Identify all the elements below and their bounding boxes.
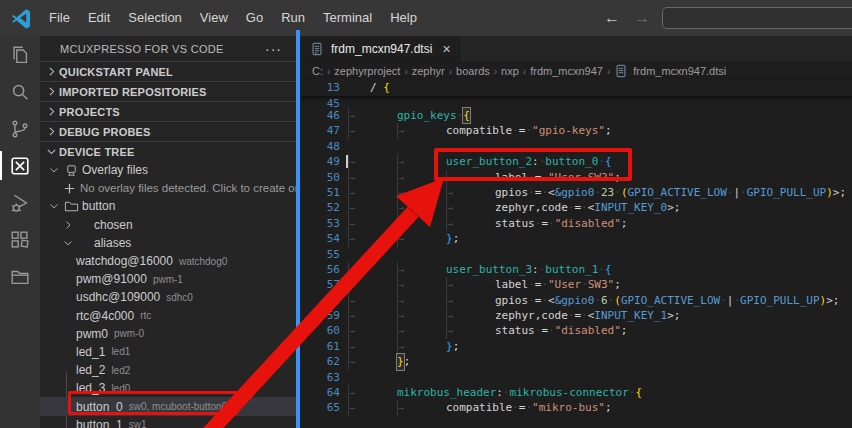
code-token: = <box>574 200 581 215</box>
tree-item-chosen[interactable]: chosen <box>40 216 296 234</box>
tree-item-label: aliases <box>94 236 131 250</box>
code-line-64: 64→mikrobus_header:·mikrobus-connector·{ <box>300 385 852 400</box>
code-token: 6 <box>601 293 608 308</box>
menu-item-view[interactable]: View <box>191 0 237 36</box>
tree-item-pwm0[interactable]: pwm0pwm-0 <box>40 325 296 343</box>
code-token: ; <box>453 231 460 246</box>
breadcrumb-item[interactable]: frdm_mcxn947 <box>530 65 603 77</box>
tree-item-aliases[interactable]: aliases <box>40 234 296 252</box>
code-area[interactable]: 13/ {4546→gpio_keys·{47→→compatible·=·"g… <box>300 79 852 416</box>
menu-item-selection[interactable]: Selection <box>119 0 190 36</box>
close-icon[interactable]: × <box>442 41 450 57</box>
section-device-tree[interactable]: DEVICE TREE <box>40 141 296 161</box>
mcuxpresso-icon[interactable] <box>0 147 40 184</box>
code-token: "disabled" <box>555 323 621 338</box>
code-token: · <box>541 170 548 185</box>
section-projects[interactable]: PROJECTS <box>40 101 296 121</box>
code-line-63: 63 <box>300 370 852 385</box>
chevron-down-icon <box>46 198 62 214</box>
code-token: · <box>457 108 464 123</box>
more-actions-icon[interactable]: ··· <box>265 41 282 57</box>
tree-item-watchdog@16000[interactable]: watchdog@16000watchdog0 <box>40 252 296 270</box>
code-token: } <box>446 339 453 354</box>
tree-item-no[interactable]: No overlay files detected. Click to crea… <box>40 179 296 197</box>
code-token: user_button_3 <box>446 262 532 277</box>
breadcrumb: C:›zephyrproject›zephyr›boards›nxp›frdm_… <box>300 63 852 79</box>
code-token: : <box>532 154 539 169</box>
section-label: IMPORTED REPOSITORIES <box>59 86 207 98</box>
code-token: { <box>605 262 612 277</box>
tab-whitespace: → <box>446 323 495 338</box>
nav-forward-icon[interactable]: → <box>634 9 650 27</box>
menu-item-help[interactable]: Help <box>381 0 426 36</box>
tab-whitespace: → <box>348 185 397 200</box>
tree-item-label: button_0 <box>76 400 123 414</box>
tree-item-button_1[interactable]: button_1sw1 <box>40 416 296 428</box>
search-icon[interactable] <box>0 73 40 110</box>
breadcrumb-item[interactable]: C: <box>312 65 323 77</box>
sidebar-title: MCUXPRESSO FOR VS CODE <box>60 43 224 55</box>
tab-whitespace: → <box>446 185 495 200</box>
extensions-icon[interactable] <box>0 221 40 258</box>
breadcrumb-item[interactable]: zephyr <box>412 65 445 77</box>
code-token: button_0 <box>545 154 598 169</box>
line-number: 53 <box>300 216 348 231</box>
sidebar-editor-sash[interactable] <box>296 30 300 428</box>
breadcrumb-item[interactable]: boards <box>456 65 490 77</box>
tab-whitespace: → <box>348 231 397 246</box>
menu-item-file[interactable]: File <box>40 0 79 36</box>
code-token: · <box>594 293 601 308</box>
command-center-search[interactable] <box>662 7 852 29</box>
chevron-down-icon <box>46 162 62 178</box>
code-token: · <box>541 185 548 200</box>
breadcrumb-item[interactable]: zephyrproject <box>334 65 400 77</box>
code-token: INPUT_KEY_0 <box>594 200 667 215</box>
menu-item-go[interactable]: Go <box>237 0 272 36</box>
tree-item-led_3[interactable]: led_3led0 <box>40 379 296 397</box>
tree-item-usdhc@109000[interactable]: usdhc@109000sdhc0 <box>40 288 296 306</box>
code-token: · <box>581 277 588 292</box>
menu-item-edit[interactable]: Edit <box>79 0 119 36</box>
code-token: >; <box>826 293 839 308</box>
plus-icon[interactable] <box>60 180 78 196</box>
tree-item-led_2[interactable]: led_2led2 <box>40 361 296 379</box>
menu-item-terminal[interactable]: Terminal <box>314 0 381 36</box>
editor-pane[interactable]: frdm_mcxn947.dtsi × C:›zephyrproject›zep… <box>300 36 852 428</box>
breadcrumb-item[interactable]: nxp <box>501 65 519 77</box>
tree-item-description: led2 <box>111 365 130 376</box>
source-control-icon[interactable] <box>0 110 40 147</box>
tree-item-button_0[interactable]: button_0sw0, mcuboot-button0 <box>40 397 296 415</box>
code-token: zephyr,code <box>495 200 568 215</box>
tree-item-pwm@91000[interactable]: pwm@91000pwm-1 <box>40 270 296 288</box>
section-imported-repositories[interactable]: IMPORTED REPOSITORIES <box>40 81 296 101</box>
tree-item-led_1[interactable]: led_1led1 <box>40 343 296 361</box>
code-token: status <box>495 323 535 338</box>
code-token: label <box>495 277 528 292</box>
menubar: FileEditSelectionViewGoRunTerminalHelp <box>40 0 426 36</box>
section-quickstart-panel[interactable]: QUICKSTART PANEL <box>40 61 296 81</box>
code-token: = <box>535 185 542 200</box>
run-debug-icon[interactable] <box>0 184 40 221</box>
code-token: ; <box>605 123 612 138</box>
code-token: · <box>548 216 555 231</box>
code-token: · <box>528 185 535 200</box>
tree-item-label: rtc@4c000 <box>76 309 134 323</box>
menu-item-run[interactable]: Run <box>272 0 314 36</box>
code-token: mikrobus_header <box>397 385 496 400</box>
tab-whitespace: → <box>348 385 397 400</box>
section-debug-probes[interactable]: DEBUG PROBES <box>40 121 296 141</box>
tab-whitespace: → <box>348 108 397 123</box>
tree-item-button[interactable]: button <box>40 197 296 215</box>
breadcrumb-item[interactable]: frdm_mcxn947.dtsi <box>614 64 726 79</box>
code-token: = <box>535 170 542 185</box>
tab-frdm-mcxn947-dtsi[interactable]: frdm_mcxn947.dtsi × <box>300 36 461 62</box>
folder-icon[interactable] <box>0 258 40 295</box>
code-token: 23 <box>601 185 614 200</box>
tab-whitespace: → <box>446 200 495 215</box>
tab-whitespace: → <box>397 231 446 246</box>
explorer-icon[interactable] <box>0 36 40 73</box>
code-token: GPIO_ACTIVE_LOW <box>628 185 727 200</box>
nav-back-icon[interactable]: ← <box>604 9 620 27</box>
tree-item-overlay[interactable]: Overlay files <box>40 161 296 179</box>
tree-item-rtc@4c000[interactable]: rtc@4c000rtc <box>40 307 296 325</box>
